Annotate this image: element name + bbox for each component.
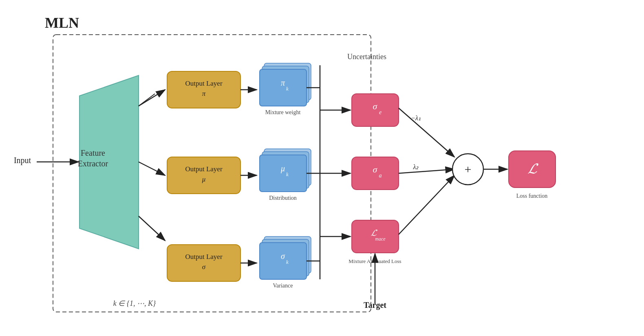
diagram: MLN Feature Extractor Input Output Layer… bbox=[0, 0, 644, 336]
ol-mu-label2: μ bbox=[202, 175, 206, 183]
loss-caption: Loss function bbox=[516, 193, 548, 199]
ol-pi-label2: π bbox=[202, 90, 206, 97]
arrow-sigma-a-plus bbox=[399, 169, 454, 173]
lambda2-label: λ₂ bbox=[413, 164, 419, 170]
arrow-fe-mu bbox=[139, 162, 165, 175]
pi-stack-front bbox=[260, 69, 307, 106]
k-label: k ∈ {1, ⋯, K} bbox=[113, 299, 156, 307]
ol-sigma-label1: Output Layer bbox=[185, 253, 222, 261]
arrow-fe-sigma bbox=[139, 216, 165, 241]
mace-subscript: mace bbox=[375, 236, 386, 242]
uncertainties-label: Uncertainties bbox=[347, 53, 386, 61]
arrow-fe-pi bbox=[139, 90, 165, 106]
ol-pi-label1: Output Layer bbox=[185, 80, 222, 87]
sigma-a-subscript: a bbox=[379, 172, 382, 179]
sigma-e-subscript: e bbox=[379, 109, 382, 115]
feature-extractor-label: Feature bbox=[81, 148, 105, 157]
ol-sigma-label2: σ bbox=[202, 263, 206, 271]
arrow-sigma-e-plus bbox=[399, 108, 454, 157]
sigma-k-subscript: k bbox=[286, 259, 289, 265]
sigma-k-stack-front bbox=[260, 243, 307, 279]
arrow-mace-plus bbox=[399, 175, 454, 234]
pi-k-caption: Mixture weight bbox=[265, 109, 301, 115]
ol-mu-label1: Output Layer bbox=[185, 165, 222, 173]
feature-extractor-label2: Extractor bbox=[78, 159, 108, 168]
mln-title: MLN bbox=[45, 15, 79, 31]
sigma-a-symbol: σ bbox=[373, 164, 378, 175]
mu-stack-front bbox=[260, 155, 307, 192]
sigma-k-caption: Variance bbox=[273, 283, 293, 289]
mu-k-caption: Distribution bbox=[269, 195, 297, 201]
sigma-e-symbol: σ bbox=[373, 101, 378, 111]
pi-k-symbol: π bbox=[281, 78, 285, 87]
input-label: Input bbox=[14, 156, 31, 165]
plus-symbol: + bbox=[465, 162, 472, 176]
mu-k-symbol: μ bbox=[280, 164, 285, 173]
pi-k-subscript: k bbox=[286, 86, 289, 92]
mu-k-subscript: k bbox=[286, 171, 289, 177]
sigma-k-symbol: σ bbox=[281, 252, 285, 261]
